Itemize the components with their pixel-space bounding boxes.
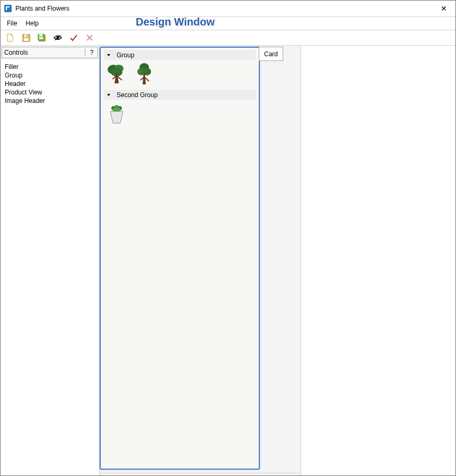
menu-file[interactable]: File bbox=[3, 19, 21, 28]
toolbar bbox=[1, 30, 455, 46]
controls-header: Controls ? bbox=[2, 47, 98, 58]
save-all-button[interactable] bbox=[38, 33, 46, 42]
collapse-icon[interactable] bbox=[106, 53, 111, 57]
menu-bar: File Help Design Window bbox=[1, 17, 455, 30]
properties-panel bbox=[301, 46, 455, 475]
divider bbox=[100, 473, 301, 475]
app-window: Plants and Flowers ✕ File Help Design Wi… bbox=[0, 0, 456, 476]
controls-list: Filler Group Header Product View Image H… bbox=[1, 59, 99, 108]
group-label: Group bbox=[111, 51, 134, 59]
preview-hidden-button[interactable] bbox=[54, 33, 62, 42]
control-item-header[interactable]: Header bbox=[4, 80, 96, 88]
main-body: Controls ? Filler Group Header Product V… bbox=[1, 46, 455, 475]
close-icon: ✕ bbox=[441, 4, 447, 13]
design-window[interactable]: Group bbox=[100, 47, 260, 470]
app-icon bbox=[4, 4, 12, 13]
product-thumb-tree-1[interactable] bbox=[106, 63, 127, 84]
controls-header-label: Controls bbox=[4, 49, 85, 56]
product-thumb-planter[interactable] bbox=[106, 103, 127, 124]
close-button[interactable]: ✕ bbox=[432, 1, 455, 16]
card-button[interactable]: Card bbox=[259, 47, 283, 61]
menu-help[interactable]: Help bbox=[21, 19, 43, 28]
design-canvas[interactable]: Group bbox=[100, 46, 301, 475]
group-header-1[interactable]: Group bbox=[104, 50, 256, 60]
group-header-2[interactable]: Second Group bbox=[104, 90, 256, 100]
window-title: Plants and Flowers bbox=[15, 5, 432, 12]
svg-rect-7 bbox=[39, 34, 43, 36]
product-thumb-tree-2[interactable] bbox=[134, 63, 155, 84]
group-body-1 bbox=[101, 60, 259, 88]
save-button[interactable] bbox=[22, 33, 30, 42]
group-label: Second Group bbox=[111, 91, 157, 99]
title-bar: Plants and Flowers ✕ bbox=[1, 1, 455, 17]
controls-panel: Controls ? Filler Group Header Product V… bbox=[1, 46, 100, 475]
svg-rect-3 bbox=[27, 35, 28, 37]
control-item-filler[interactable]: Filler bbox=[4, 63, 96, 71]
cancel-button[interactable] bbox=[85, 33, 94, 42]
new-file-button[interactable] bbox=[6, 33, 14, 42]
collapse-icon[interactable] bbox=[106, 93, 111, 97]
accept-button[interactable] bbox=[69, 33, 78, 42]
group-body-2 bbox=[101, 100, 259, 127]
help-icon[interactable]: ? bbox=[85, 49, 95, 56]
svg-rect-4 bbox=[24, 38, 29, 41]
annotation-label: Design Window bbox=[136, 16, 215, 28]
control-item-product-view[interactable]: Product View bbox=[4, 88, 96, 97]
control-item-group[interactable]: Group bbox=[4, 71, 96, 80]
svg-rect-0 bbox=[4, 5, 12, 12]
svg-rect-8 bbox=[39, 37, 43, 39]
control-item-image-header[interactable]: Image Header bbox=[4, 97, 96, 105]
